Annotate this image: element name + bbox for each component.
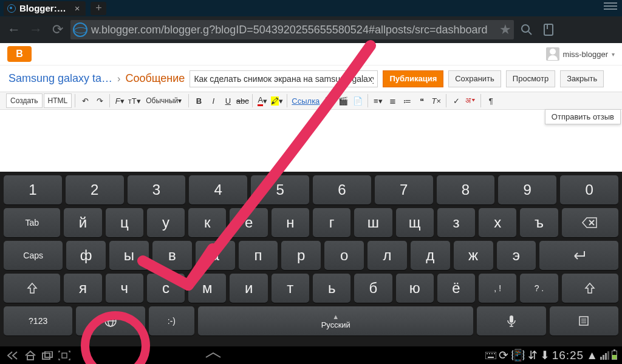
key-л[interactable]: л bbox=[367, 241, 407, 270]
key-ц[interactable]: ц bbox=[106, 208, 143, 237]
nav-recent-icon[interactable] bbox=[39, 349, 56, 362]
post-title-input[interactable] bbox=[190, 70, 378, 87]
key-щ[interactable]: щ bbox=[396, 208, 434, 237]
nav-expand-icon[interactable] bbox=[205, 349, 222, 362]
save-button[interactable]: Сохранить bbox=[448, 70, 501, 87]
forward-button[interactable]: → bbox=[27, 21, 45, 39]
key-shift-right[interactable] bbox=[562, 274, 618, 303]
bookmark-star-icon[interactable]: ★ bbox=[499, 22, 511, 38]
key-м[interactable]: м bbox=[188, 274, 226, 303]
key-я[interactable]: я bbox=[64, 274, 101, 303]
key-ж[interactable]: ж bbox=[454, 241, 493, 270]
key-tab[interactable]: Tab bbox=[4, 208, 60, 237]
publish-button[interactable]: Публикация bbox=[383, 70, 443, 87]
key-к[interactable]: к bbox=[188, 208, 226, 237]
nav-home-icon[interactable] bbox=[22, 349, 39, 362]
search-icon[interactable] bbox=[518, 21, 536, 39]
compose-tab[interactable]: Создать bbox=[6, 93, 43, 108]
key-р[interactable]: р bbox=[281, 241, 321, 270]
transliterate-icon[interactable]: अ▾ bbox=[464, 94, 477, 107]
editor-body[interactable] bbox=[0, 110, 622, 146]
key-ь[interactable]: ь bbox=[313, 274, 350, 303]
key-й[interactable]: й bbox=[64, 208, 101, 237]
spellcheck-icon[interactable]: ✓ bbox=[449, 94, 463, 107]
close-button[interactable]: Закрыть bbox=[560, 70, 604, 87]
key-т[interactable]: т bbox=[272, 274, 309, 303]
key-а[interactable]: а bbox=[196, 241, 235, 270]
key-ъ[interactable]: ъ bbox=[520, 208, 558, 237]
highlight-icon[interactable]: 🖍▾ bbox=[270, 94, 284, 107]
key-у[interactable]: у bbox=[147, 208, 185, 237]
bookmarks-icon[interactable] bbox=[539, 21, 558, 39]
html-tab[interactable]: HTML bbox=[44, 93, 72, 108]
link-button[interactable]: Ссылка bbox=[290, 94, 321, 107]
user-menu[interactable]: miss-blogger ▾ bbox=[546, 47, 615, 61]
strike-icon[interactable]: abc bbox=[236, 94, 249, 107]
key-б[interactable]: б bbox=[354, 274, 392, 303]
redo-icon[interactable]: ↷ bbox=[93, 94, 106, 107]
key-п[interactable]: п bbox=[239, 241, 278, 270]
underline-icon[interactable]: U bbox=[221, 94, 234, 107]
key-5[interactable]: 5 bbox=[251, 175, 309, 204]
align-icon[interactable]: ≡▾ bbox=[371, 94, 384, 107]
key-е[interactable]: е bbox=[230, 208, 267, 237]
key-о[interactable]: о bbox=[324, 241, 364, 270]
key-г[interactable]: г bbox=[313, 208, 350, 237]
key-symbols[interactable]: ?123 bbox=[4, 306, 72, 335]
key-9[interactable]: 9 bbox=[498, 175, 556, 204]
bold-icon[interactable]: B bbox=[192, 94, 205, 107]
key-3[interactable]: 3 bbox=[128, 175, 186, 204]
feedback-tooltip[interactable]: Отправить отзыв bbox=[545, 109, 621, 124]
key-shift-left[interactable] bbox=[4, 274, 60, 303]
key-6[interactable]: 6 bbox=[313, 175, 371, 204]
list-bullet-icon[interactable]: ≔ bbox=[400, 94, 414, 107]
key-emoji[interactable]: :-) bbox=[149, 306, 195, 335]
font-family-icon[interactable]: F▾ bbox=[113, 94, 126, 107]
key-caps[interactable]: Caps bbox=[4, 241, 63, 270]
text-color-icon[interactable]: A▾ bbox=[256, 94, 269, 107]
key-э[interactable]: э bbox=[497, 241, 536, 270]
reload-button[interactable]: ⟳ bbox=[49, 21, 67, 39]
key-н[interactable]: н bbox=[272, 208, 309, 237]
blog-name-link[interactable]: Samsung galaxy ta… bbox=[9, 72, 112, 85]
key-х[interactable]: х bbox=[479, 208, 516, 237]
blogger-logo[interactable]: B bbox=[7, 46, 32, 62]
key-options[interactable] bbox=[550, 306, 618, 335]
key-voice[interactable] bbox=[477, 306, 545, 335]
browser-tab[interactable]: Blogger:… × bbox=[4, 1, 86, 16]
key-д[interactable]: д bbox=[411, 241, 450, 270]
key-7[interactable]: 7 bbox=[375, 175, 433, 204]
key-в[interactable]: в bbox=[152, 241, 192, 270]
clear-format-icon[interactable]: T× bbox=[429, 94, 443, 107]
font-size-icon[interactable]: тТ▾ bbox=[128, 94, 141, 107]
new-tab-button[interactable]: + bbox=[91, 2, 106, 15]
tab-close-icon[interactable]: × bbox=[75, 3, 80, 13]
image-icon[interactable]: 🖼 bbox=[322, 94, 335, 107]
key-1[interactable]: 1 bbox=[4, 175, 62, 204]
format-normal[interactable]: Обычный ▾ bbox=[142, 93, 185, 108]
key-? .[interactable]: ? . bbox=[520, 274, 558, 303]
key-8[interactable]: 8 bbox=[437, 175, 495, 204]
back-button[interactable]: ← bbox=[5, 21, 23, 39]
key-0[interactable]: 0 bbox=[560, 175, 618, 204]
quote-icon[interactable]: ❝ bbox=[415, 94, 428, 107]
key-enter[interactable] bbox=[539, 241, 618, 270]
nav-screenshot-icon[interactable] bbox=[56, 349, 73, 362]
menu-icon[interactable] bbox=[604, 2, 617, 10]
video-icon[interactable]: 🎬 bbox=[337, 94, 350, 107]
key-ё[interactable]: ё bbox=[437, 274, 475, 303]
address-bar[interactable]: w.blogger.com/blogger.g?blogID=504392025… bbox=[70, 20, 514, 39]
key-4[interactable]: 4 bbox=[189, 175, 247, 204]
italic-icon[interactable]: I bbox=[207, 94, 220, 107]
rtl-icon[interactable]: ¶ bbox=[484, 94, 497, 107]
key-language[interactable] bbox=[76, 306, 145, 335]
nav-back-icon[interactable] bbox=[5, 349, 22, 362]
key-с[interactable]: с bbox=[147, 274, 185, 303]
key-ю[interactable]: ю bbox=[396, 274, 434, 303]
key-з[interactable]: з bbox=[437, 208, 475, 237]
key-ш[interactable]: ш bbox=[354, 208, 392, 237]
key-ч[interactable]: ч bbox=[106, 274, 143, 303]
key-и[interactable]: и bbox=[230, 274, 267, 303]
list-numbered-icon[interactable]: ≣ bbox=[386, 94, 399, 107]
key-ф[interactable]: ф bbox=[66, 241, 106, 270]
